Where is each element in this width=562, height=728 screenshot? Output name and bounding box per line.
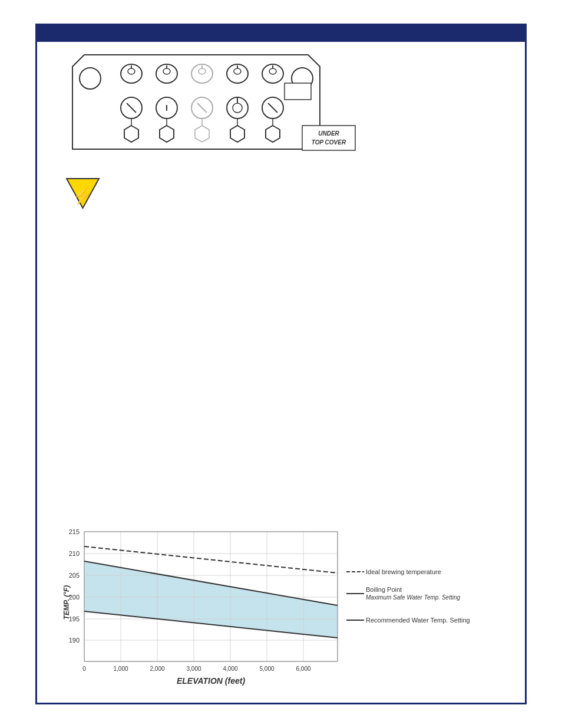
svg-text:6,000: 6,000 <box>296 666 310 672</box>
svg-point-15 <box>269 68 276 74</box>
svg-marker-31 <box>160 126 174 142</box>
svg-marker-32 <box>195 126 209 142</box>
svg-marker-30 <box>124 126 138 142</box>
svg-text:200: 200 <box>69 594 80 601</box>
svg-text:1,000: 1,000 <box>113 666 128 672</box>
svg-text:I: I <box>166 103 168 113</box>
svg-marker-33 <box>230 126 244 142</box>
chart-area: TEMP. (°F) 215 <box>49 520 514 691</box>
svg-text:0: 0 <box>82 666 86 672</box>
diagram-area: I <box>49 49 514 232</box>
machine-diagram: I <box>49 49 508 226</box>
svg-point-9 <box>199 68 206 74</box>
elevation-chart: TEMP. (°F) 215 <box>49 520 514 691</box>
svg-text:UNDER: UNDER <box>318 130 339 137</box>
svg-text:Maximum Safe Water Temp. Setti: Maximum Safe Water Temp. Setting <box>366 594 461 601</box>
svg-text:205: 205 <box>69 572 80 579</box>
svg-text:Boiling Point: Boiling Point <box>366 586 402 593</box>
svg-point-3 <box>128 68 135 74</box>
svg-text:4,000: 4,000 <box>223 666 237 672</box>
svg-text:Recommended Water Temp. Settin: Recommended Water Temp. Setting <box>366 617 470 624</box>
svg-text:5,000: 5,000 <box>259 666 274 672</box>
svg-text:TOP COVER: TOP COVER <box>312 139 346 146</box>
svg-point-6 <box>163 68 170 74</box>
svg-rect-18 <box>285 83 311 100</box>
svg-point-1 <box>80 68 101 89</box>
svg-rect-40 <box>302 126 355 150</box>
svg-text:ELEVATION (feet): ELEVATION (feet) <box>177 676 245 686</box>
svg-text:2,000: 2,000 <box>150 666 164 672</box>
svg-text:Ideal brewing temperature: Ideal brewing temperature <box>366 568 441 575</box>
svg-text:3,000: 3,000 <box>186 666 201 672</box>
svg-text:⚡: ⚡ <box>72 186 93 205</box>
svg-point-12 <box>234 68 241 74</box>
main-container: I <box>35 24 527 704</box>
svg-text:215: 215 <box>69 528 80 535</box>
svg-text:TEMP. (°F): TEMP. (°F) <box>62 585 71 620</box>
header-bar <box>37 25 525 42</box>
svg-text:190: 190 <box>69 637 80 644</box>
svg-text:195: 195 <box>69 615 80 622</box>
svg-marker-34 <box>266 126 280 142</box>
svg-text:210: 210 <box>69 550 80 557</box>
